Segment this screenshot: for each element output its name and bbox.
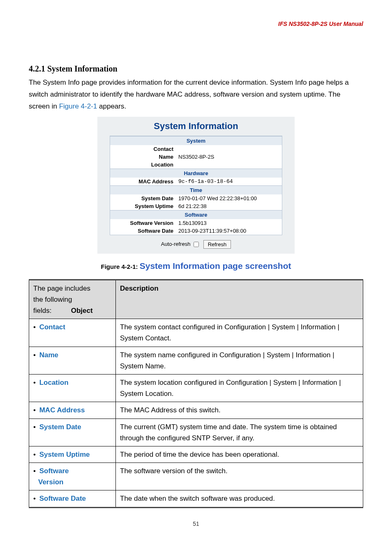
object-system-uptime: System Uptime (39, 451, 90, 458)
desc-software-date: The date when the switch software was pr… (116, 490, 363, 507)
table-row: • Name The system name configured in Con… (29, 347, 363, 374)
header-line3b: Object (71, 307, 93, 314)
header-description: Description (120, 284, 159, 292)
contact-value (177, 145, 282, 153)
group-header-time: Time (110, 185, 282, 194)
table-row: • Software Version The software version … (29, 463, 363, 490)
panel-title: System Information (110, 121, 282, 132)
location-label: Location (110, 161, 177, 169)
auto-refresh-label: Auto-refresh (161, 241, 191, 247)
table-row: • Contact The system contact configured … (29, 319, 363, 347)
intro-text-2: appears. (97, 102, 126, 110)
desc-location: The system location configured in Config… (116, 374, 363, 402)
auto-refresh-checkbox[interactable] (194, 242, 199, 247)
header-line2: the following (33, 294, 111, 305)
object-system-date: System Date (39, 423, 81, 431)
desc-contact: The system contact configured in Configu… (116, 319, 363, 347)
software-date-label: Software Date (110, 227, 177, 235)
object-location: Location (39, 379, 69, 386)
system-uptime-label: System Uptime (110, 202, 177, 210)
table-row: • Software Date The date when the switch… (29, 490, 363, 507)
desc-name: The system name configured in Configurat… (116, 347, 363, 374)
object-software-version-l1: Software (39, 467, 69, 475)
group-header-system: System (110, 136, 282, 145)
refresh-button[interactable]: Refresh (203, 240, 231, 249)
location-value (177, 161, 282, 169)
section-title: 4.2.1 System Information (29, 64, 363, 74)
software-date-value: 2013-09-23T11:39:57+08:00 (177, 227, 282, 235)
desc-software-version: The software version of the switch. (116, 463, 363, 490)
name-label: Name (110, 153, 177, 161)
table-row: • Location The system location configure… (29, 374, 363, 402)
group-header-hardware: Hardware (110, 169, 282, 178)
object-name: Name (39, 351, 58, 359)
desc-mac-address: The MAC Address of this switch. (116, 402, 363, 419)
system-uptime-value: 6d 21:22:38 (177, 202, 282, 210)
table-header-description: Description (116, 280, 363, 319)
table-row: • System Date The current (GMT) system t… (29, 419, 363, 446)
object-software-date: Software Date (39, 495, 86, 502)
table-row: • System Uptime The period of time the d… (29, 446, 363, 462)
header-line1: The page includes (33, 283, 111, 294)
software-version-label: Software Version (110, 219, 177, 227)
system-date-label: System Date (110, 194, 177, 202)
desc-system-date: The current (GMT) system time and date. … (116, 419, 363, 446)
section-name: System Information (47, 64, 118, 73)
system-date-value: 1970-01-07 Wed 22:22:38+01:00 (177, 194, 282, 202)
group-header-software: Software (110, 210, 282, 219)
header-line3a: fields: (33, 307, 51, 314)
figure-label: Figure 4-2-1: (101, 263, 140, 270)
mac-value: 9c-f6-1a-03-18-64 (177, 178, 282, 185)
desc-system-uptime: The period of time the device has been o… (116, 446, 363, 462)
object-contact: Contact (39, 323, 65, 331)
mac-label: MAC Address (110, 178, 177, 185)
name-value: NS3502-8P-2S (177, 153, 282, 161)
intro-paragraph: The System Info page provides informatio… (29, 77, 363, 113)
page-number: 51 (29, 520, 363, 527)
document-header: IFS NS3502-8P-2S User Manual (29, 21, 363, 27)
figure-link: Figure 4-2-1 (59, 102, 97, 110)
system-info-panel: System Information System Contact Name N… (97, 117, 295, 254)
software-version-value: 1.5b130913 (177, 219, 282, 227)
figure-caption: Figure 4-2-1: System Information page sc… (29, 261, 363, 271)
object-software-version-l2: Version (38, 478, 63, 486)
contact-label: Contact (110, 145, 177, 153)
figure-title: System Information page screenshot (140, 261, 291, 271)
object-mac-address: MAC Address (39, 406, 85, 414)
section-number: 4.2.1 (29, 64, 45, 73)
table-header-object: The page includes the following fields: … (29, 280, 116, 319)
table-row: • MAC Address The MAC Address of this sw… (29, 402, 363, 419)
description-table: The page includes the following fields: … (29, 279, 363, 508)
